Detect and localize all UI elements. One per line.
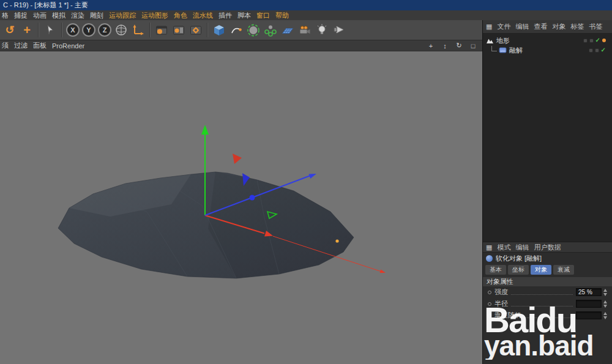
- floor-button[interactable]: [280, 22, 296, 38]
- tab-coordinates[interactable]: 坐标: [508, 265, 529, 275]
- attribute-object-title: 软化对象 [融解]: [496, 254, 542, 263]
- om-menu-file[interactable]: 文件: [497, 22, 510, 31]
- render-view-button[interactable]: [154, 22, 170, 38]
- spot-light-button[interactable]: [331, 22, 347, 38]
- render-visibility-dot[interactable]: [595, 48, 599, 53]
- object-tree[interactable]: 地形 ✓ 融解: [483, 34, 612, 242]
- globe-icon: [114, 23, 128, 37]
- menu-item-motion-tracker[interactable]: 运动跟踪: [109, 11, 136, 20]
- radius-value-input[interactable]: [576, 300, 602, 308]
- axis-z-button[interactable]: Z: [98, 23, 111, 37]
- om-menu-view[interactable]: 查看: [534, 22, 547, 31]
- axis-y-button[interactable]: Y: [82, 23, 95, 37]
- camera-button[interactable]: [297, 22, 313, 38]
- axis-y-arrowhead[interactable]: [201, 125, 209, 135]
- viewport-pan-icon[interactable]: +: [427, 42, 435, 50]
- melt-deformer-icon: [499, 46, 507, 54]
- menu-item-help[interactable]: 帮助: [275, 11, 289, 20]
- viewport-menu-filter[interactable]: 过滤: [14, 41, 28, 50]
- world-coordinates-button[interactable]: [113, 22, 129, 38]
- property-label: 半径: [494, 299, 508, 308]
- menu-item-window[interactable]: 窗口: [256, 11, 270, 20]
- om-menu-edit[interactable]: 编辑: [515, 22, 529, 31]
- viewport-rotate-icon[interactable]: ↻: [455, 42, 463, 50]
- strength-value-input[interactable]: 25 %: [576, 288, 602, 296]
- toolbar-separator: [61, 23, 62, 37]
- menu-item-script[interactable]: 脚本: [237, 11, 251, 20]
- add-button[interactable]: +: [19, 22, 35, 38]
- om-menu-objects[interactable]: 对象: [552, 22, 565, 31]
- render-view-icon: [155, 23, 168, 37]
- editor-visibility-dot[interactable]: [589, 48, 593, 53]
- subdivision-surface-button[interactable]: [245, 22, 261, 38]
- toolbar-separator: [207, 23, 208, 37]
- menu-item-character[interactable]: 角色: [174, 11, 187, 20]
- om-menu-tags[interactable]: 标签: [570, 22, 584, 31]
- panel-menu-icon[interactable]: ▦: [486, 23, 492, 31]
- menu-item-animate[interactable]: 动画: [33, 11, 47, 20]
- tab-basic[interactable]: 基本: [485, 265, 506, 275]
- axis-z-arrowhead[interactable]: [308, 174, 316, 179]
- render-visibility-dot[interactable]: [589, 39, 594, 43]
- orange-point-handle[interactable]: [335, 239, 338, 242]
- menu-item-mesh[interactable]: 格: [2, 11, 9, 20]
- value-stepper[interactable]: [603, 300, 607, 308]
- editor-visibility-dot[interactable]: [583, 39, 588, 43]
- animation-dot[interactable]: [488, 291, 491, 294]
- viewport-menu-prorender[interactable]: ProRender: [52, 42, 84, 50]
- viewport-menu-cropped[interactable]: 须: [2, 41, 9, 50]
- cube-primitive-button[interactable]: [211, 22, 227, 38]
- viewport-zoom-icon[interactable]: ↕: [441, 42, 449, 50]
- menu-item-snap[interactable]: 捕捉: [14, 11, 28, 20]
- viewport-maximize-icon[interactable]: □: [469, 42, 477, 50]
- menu-item-plugins[interactable]: 插件: [218, 11, 232, 20]
- perspective-viewport[interactable]: [0, 51, 482, 364]
- am-menu-userdata[interactable]: 用户数据: [534, 243, 561, 252]
- attribute-section-tabs: 基本 坐标 对象 衰减: [483, 264, 612, 276]
- property-row-vertical-randomness: 垂直随机: [483, 310, 612, 321]
- menu-item-simulate[interactable]: 模拟: [52, 11, 65, 20]
- menu-item-sculpt[interactable]: 雕刻: [90, 11, 103, 20]
- object-row-landscape[interactable]: 地形 ✓: [483, 35, 612, 45]
- spot-light-icon: [332, 23, 346, 37]
- light-button[interactable]: [314, 22, 330, 38]
- pen-spline-button[interactable]: [228, 22, 244, 38]
- object-row-melt[interactable]: 融解 ✓: [483, 45, 612, 55]
- am-menu-edit[interactable]: 编辑: [515, 243, 529, 252]
- tab-falloff[interactable]: 衰减: [553, 265, 574, 275]
- enabled-check-icon[interactable]: ✓: [595, 37, 600, 43]
- undo-button[interactable]: ↺: [2, 22, 18, 38]
- render-picture-viewer-button[interactable]: [171, 22, 187, 38]
- menu-item-mograph[interactable]: 运动图形: [141, 11, 168, 20]
- layer-dot-icon[interactable]: [602, 39, 606, 42]
- value-stepper[interactable]: [603, 289, 607, 296]
- axis-z-drag-dot[interactable]: [250, 195, 255, 201]
- coordinate-system-button[interactable]: [130, 22, 146, 38]
- array-generator-button[interactable]: [263, 22, 278, 38]
- viewport-menu-panel[interactable]: 面板: [33, 41, 47, 50]
- tab-object[interactable]: 对象: [531, 265, 551, 275]
- om-menu-bookmarks[interactable]: 书签: [589, 22, 602, 31]
- object-flags: ✓: [589, 47, 612, 53]
- menu-item-pipeline[interactable]: 流水线: [193, 11, 213, 20]
- enabled-check-icon[interactable]: ✓: [601, 47, 606, 53]
- property-label: 强度: [494, 288, 508, 297]
- render-settings-button[interactable]: [188, 22, 204, 38]
- animation-dot[interactable]: [488, 302, 491, 306]
- selection-tool-button[interactable]: [42, 22, 58, 38]
- object-properties-title: 对象属性: [487, 277, 513, 286]
- coordinate-axes-icon: [132, 23, 145, 37]
- main-menu-bar: 格 捕捉 动画 模拟 渲染 雕刻 运动跟踪 运动图形 角色 流水线 插件 脚本 …: [0, 10, 612, 20]
- object-name: 融解: [509, 46, 523, 55]
- toolbar-separator: [149, 23, 151, 37]
- vertical-randomness-value-input[interactable]: [576, 311, 602, 319]
- value-stepper[interactable]: [603, 312, 607, 319]
- am-menu-mode[interactable]: 模式: [497, 243, 510, 252]
- cube-icon: [212, 23, 226, 37]
- panel-menu-icon[interactable]: ▦: [486, 243, 492, 251]
- menu-item-render[interactable]: 渲染: [71, 11, 84, 20]
- animation-dot[interactable]: [488, 314, 491, 318]
- axis-x-button[interactable]: X: [66, 23, 80, 37]
- property-row-strength: 强度 25 %: [483, 286, 612, 298]
- red-flag-handle[interactable]: [233, 154, 242, 164]
